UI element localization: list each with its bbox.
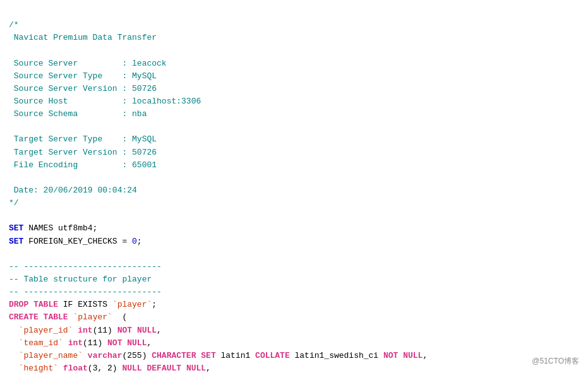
code-container: /* Navicat Premium Data Transfer Source … (0, 0, 588, 373)
watermark: @51CTO博客 (532, 356, 579, 367)
code-content: /* Navicat Premium Data Transfer Source … (9, 6, 579, 373)
